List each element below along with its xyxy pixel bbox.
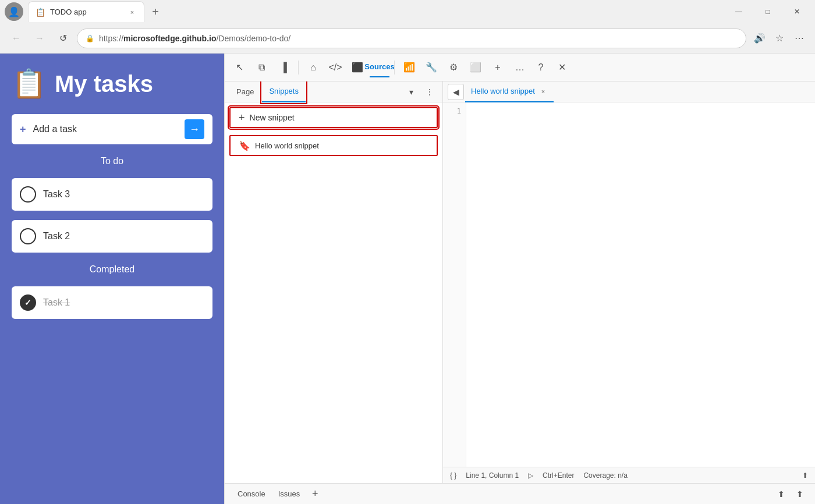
task-circle-task1[interactable] (20, 294, 36, 311)
title-bar-left: 👤 (5, 2, 23, 21)
console-button[interactable]: </> (325, 58, 345, 77)
add-task-box[interactable]: + Add a task → (12, 114, 212, 144)
status-bar-right: ⬆ (802, 471, 808, 480)
task-circle-task2[interactable] (20, 228, 36, 244)
bottom-right-btn-1[interactable]: ⬆ (773, 486, 789, 502)
tab-title: TODO app (50, 8, 123, 16)
toolbar-separator-1 (298, 61, 299, 74)
main-content: 📋 My tasks + Add a task → To do Task 3 T… (0, 54, 815, 504)
new-tab-button[interactable]: + (147, 3, 164, 20)
dt-help-button[interactable]: ? (531, 58, 551, 77)
status-bar: { } Line 1, Column 1 ▷ Ctrl+Enter Covera… (443, 467, 815, 483)
lock-icon: 🔒 (86, 34, 94, 42)
sources-tab[interactable]: Sources (370, 58, 389, 77)
bottom-bar-right: ⬆ ⬆ (773, 486, 808, 502)
status-position: Line 1, Column 1 (466, 471, 519, 480)
editor-content[interactable]: 1 (443, 102, 815, 467)
status-braces: { } (450, 471, 456, 480)
console-tab[interactable]: Console (232, 484, 271, 505)
task-item-task3[interactable]: Task 3 (12, 178, 212, 211)
todo-section-label: To do (12, 156, 212, 166)
close-button[interactable]: ✕ (784, 2, 810, 21)
minimize-button[interactable]: — (725, 2, 752, 21)
active-tab[interactable]: 📋 TODO app × (28, 1, 144, 22)
browser-actions: 🔊 ☆ ⋯ (751, 30, 808, 47)
bottom-right-btn-2[interactable]: ⬆ (792, 486, 808, 502)
new-snippet-button[interactable]: + New snippet (229, 107, 438, 128)
task-circle-task3[interactable] (20, 186, 36, 203)
snippets-tab[interactable]: Snippets (262, 81, 306, 102)
sidebar-button[interactable]: ▐ (274, 58, 293, 77)
snippet-list: 🔖 Hello world snippet (225, 133, 442, 483)
device-emulation-button[interactable]: ⧉ (251, 58, 271, 77)
sources-dropdown-button[interactable]: ▾ (403, 84, 419, 100)
line-numbers: 1 (443, 102, 466, 467)
editor-tab-bar: ◀ Hello world snippet × (443, 81, 815, 102)
task-name-task3: Task 3 (43, 189, 70, 200)
maximize-button[interactable]: □ (754, 2, 781, 21)
dt-more-button[interactable]: … (510, 58, 530, 77)
app-title: My tasks (55, 71, 153, 97)
dt-actions: … ? ✕ (510, 58, 572, 77)
network-button[interactable]: 📶 (399, 58, 419, 77)
toolbar-separator-2 (394, 61, 395, 74)
app-icon: 📋 (12, 68, 47, 100)
refresh-button[interactable]: ↺ (54, 29, 72, 48)
browser-window: 👤 📋 TODO app × + — □ ✕ ← → ↺ 🔒 https://m… (0, 0, 815, 504)
bottom-bar: Console Issues + ⬆ ⬆ (225, 483, 815, 504)
task-item-task1[interactable]: Task 1 (12, 286, 212, 319)
performance-button[interactable]: 🔧 (421, 58, 441, 77)
back-button[interactable]: ← (7, 29, 26, 48)
forward-button[interactable]: → (30, 29, 49, 48)
add-task-input[interactable]: Add a task (33, 124, 178, 134)
more-button[interactable]: ⋯ (791, 30, 808, 47)
rendering-button[interactable]: ⬜ (466, 58, 486, 77)
sources-nav: Page Snippets ▾ ⋮ (225, 81, 442, 102)
url-text: https://microsoftedge.github.io/Demos/de… (99, 34, 738, 43)
page-tab[interactable]: Page (229, 81, 261, 102)
url-bar[interactable]: 🔒 https://microsoftedge.github.io/Demos/… (77, 29, 746, 48)
settings-button[interactable]: ⚙ (444, 58, 463, 77)
sources-more-button[interactable]: ⋮ (421, 84, 438, 100)
new-snippet-label: New snippet (250, 113, 295, 122)
run-icon[interactable]: ▷ (528, 471, 533, 480)
sources-nav-actions: ▾ ⋮ (403, 84, 438, 100)
editor-active-tab[interactable]: Hello world snippet × (465, 81, 554, 102)
read-aloud-button[interactable]: 🔊 (751, 30, 768, 47)
new-snippet-plus-icon: + (239, 112, 245, 124)
editor-back-button[interactable]: ◀ (448, 84, 464, 100)
code-editor[interactable] (466, 102, 815, 467)
task-name-task2: Task 2 (43, 231, 70, 242)
tab-close-button[interactable]: × (127, 8, 137, 17)
snippet-name: Hello world snippet (255, 141, 319, 150)
tab-favicon: 📋 (36, 8, 45, 17)
devtools-toolbar: ↖ ⧉ ▐ ⌂ </> ⬛ Sources 📶 🔧 ⚙ ⬜ + … ? ✕ (225, 54, 815, 81)
address-bar: ← → ↺ 🔒 https://microsoftedge.github.io/… (0, 23, 815, 54)
snippet-icon: 🔖 (239, 140, 250, 151)
sources-panel: Page Snippets ▾ ⋮ + New snippet (225, 81, 815, 483)
favorites-button[interactable]: ☆ (771, 30, 788, 47)
issues-tab[interactable]: Issues (272, 484, 306, 505)
window-controls: — □ ✕ (725, 2, 810, 21)
add-panel-bottom-button[interactable]: + (307, 486, 323, 502)
editor-tab-label: Hello world snippet (471, 87, 535, 95)
inspect-element-button[interactable]: ↖ (229, 58, 249, 77)
task-item-task2[interactable]: Task 2 (12, 220, 212, 253)
task-name-task1: Task 1 (43, 297, 70, 308)
dt-close-button[interactable]: ✕ (552, 58, 572, 77)
elements-button[interactable]: ⌂ (303, 58, 323, 77)
profile-icon[interactable]: 👤 (5, 2, 23, 21)
app-header: 📋 My tasks (12, 68, 212, 100)
completed-section-label: Completed (12, 264, 212, 275)
editor-area: ◀ Hello world snippet × 1 (443, 81, 815, 483)
add-task-arrow-button[interactable]: → (185, 119, 204, 139)
app-panel: 📋 My tasks + Add a task → To do Task 3 T… (0, 54, 224, 504)
snippet-item-hello-world[interactable]: 🔖 Hello world snippet (229, 135, 438, 156)
add-panel-button[interactable]: + (488, 58, 508, 77)
devtools-panel: ↖ ⧉ ▐ ⌂ </> ⬛ Sources 📶 🔧 ⚙ ⬜ + … ? ✕ (224, 54, 815, 504)
status-coverage: Coverage: n/a (583, 471, 627, 480)
run-label: Ctrl+Enter (543, 471, 574, 480)
tab-bar: 📋 TODO app × + (28, 1, 721, 22)
status-upload-icon[interactable]: ⬆ (802, 471, 808, 480)
editor-tab-close-button[interactable]: × (538, 87, 548, 96)
